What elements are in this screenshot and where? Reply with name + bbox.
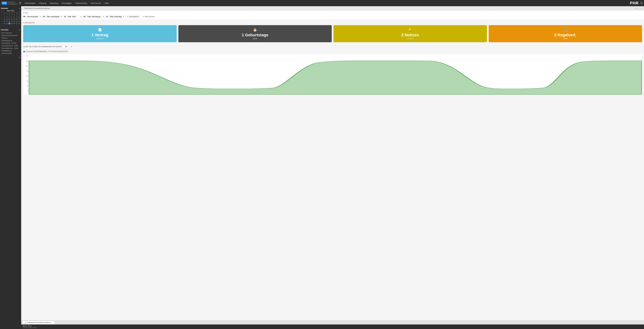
tile-regelverl[interactable]: 🔧 2 Regelverl. aktuell xyxy=(489,25,642,42)
calendar-day[interactable]: 25 xyxy=(3,22,6,24)
calendar-day[interactable]: 7 xyxy=(10,16,13,18)
calendar-day[interactable]: 16 xyxy=(16,18,18,20)
calendar-day[interactable]: 24 xyxy=(18,20,20,22)
calendar-day[interactable]: 3 xyxy=(18,14,20,16)
calendar-day[interactable]: 1 xyxy=(13,14,16,16)
calendar-day[interactable]: 13 xyxy=(8,18,10,20)
nav-item-administration[interactable]: ▾Administration xyxy=(74,2,88,5)
calendar-day[interactable]: 30 xyxy=(16,22,18,24)
tile-geburtstage[interactable]: 🎂 1 Geburtstage aktuell xyxy=(178,25,332,42)
nav-item-self-service[interactable]: ▾Self Service xyxy=(89,2,102,5)
favorites-item[interactable]: Planung xyxy=(1,37,20,39)
calendar-day[interactable]: 2 xyxy=(16,14,18,16)
calendar-day[interactable]: 6 xyxy=(16,24,18,27)
cal-next-next[interactable]: » xyxy=(19,10,20,12)
settings-gear-icon[interactable]: ⚙ xyxy=(18,56,20,58)
cal-next[interactable]: › xyxy=(18,10,19,12)
calendar-day[interactable]: 27 xyxy=(8,22,10,24)
calendar-day[interactable]: 9 xyxy=(16,16,18,18)
calendar-day[interactable]: 12 xyxy=(6,18,8,20)
refresh-button[interactable]: ↻ Aktualisieren xyxy=(126,15,140,18)
favorites-item[interactable]: Planungsbereich - Defin... xyxy=(1,44,20,47)
calendar-day[interactable]: 25 xyxy=(3,14,6,16)
calendar-day[interactable]: 10 xyxy=(18,16,20,18)
calendar-collapse[interactable]: ▲ xyxy=(19,7,20,9)
user-name: Meyer, Oliver xyxy=(22,325,642,327)
calendar-day[interactable]: 19 xyxy=(6,20,8,22)
calendar-day[interactable]: 6 xyxy=(8,16,10,18)
bottom-tab-dashboard[interactable]: 📊 Dashboard Personalinformationen × xyxy=(22,321,54,324)
favorites-item[interactable]: Arbeitsplätze - Definit... xyxy=(1,42,20,44)
filter-select-sg[interactable]: Filter Schichtgrup... xyxy=(86,15,105,18)
calendar-day[interactable]: 1 xyxy=(3,24,6,27)
tile-number-notizen: 2 Notizen xyxy=(401,33,419,37)
calendar-day[interactable]: 17 xyxy=(18,18,20,20)
hamburger-icon[interactable]: ☰ xyxy=(19,2,21,5)
calendar-day[interactable]: 23 xyxy=(16,20,18,22)
calendar-day[interactable]: 2 xyxy=(6,24,8,27)
nav-item-stammdaten[interactable]: ▾Stammdaten xyxy=(23,2,37,5)
cal-prev[interactable]: ‹ xyxy=(2,10,4,12)
calendar-day[interactable]: 7 xyxy=(18,24,20,27)
calendar-day[interactable]: 28 xyxy=(10,22,13,24)
forecast-header: 👥 Forecast Anzahl Mitarbeiter: 27.03.201… xyxy=(23,50,642,52)
calendar-day[interactable]: 5 xyxy=(13,24,16,27)
tile-notizen[interactable]: 🔔 2 Notizen einsehen xyxy=(334,25,487,42)
refresh-icon[interactable]: ↻ xyxy=(635,7,636,9)
filter-select-ap[interactable]: Filter Arbeitsplatz xyxy=(46,15,63,18)
filter-select-te[interactable]: Filter Team xyxy=(67,15,82,18)
calendar-day[interactable]: 18 xyxy=(3,20,6,22)
bottom-tab-close[interactable]: × xyxy=(52,322,53,324)
calendar-day[interactable]: 27 xyxy=(8,14,10,16)
filter-select-pb[interactable]: Demomandant xyxy=(26,15,42,18)
calendar-day[interactable]: 3 xyxy=(8,24,10,27)
nav-menu-icon[interactable]: ☰ xyxy=(640,2,642,5)
calendar-day[interactable]: 29 xyxy=(13,22,16,24)
tile-number-geburtstage: 1 Geburtstage xyxy=(242,33,268,37)
favorites-item[interactable]: Qualifikationen xyxy=(1,50,20,52)
calendar-day[interactable]: 15 xyxy=(13,18,16,20)
topn-input[interactable] xyxy=(62,45,70,48)
maximize-icon[interactable]: ⊡ xyxy=(641,7,642,9)
topn-refresh-icon[interactable]: ↻ xyxy=(71,46,72,48)
filter-code-te: TE xyxy=(64,16,66,18)
favorites-item[interactable]: Personalstamm xyxy=(1,32,20,34)
filter-select-st[interactable]: Filter Schichttyp xyxy=(109,15,125,18)
content-area: ℹ Filter PB Demomandant AP Filter Arbeit… xyxy=(21,10,644,324)
favorites-item[interactable]: Planungsbereich - Arbei... xyxy=(1,47,20,50)
calendar-day[interactable]: 4 xyxy=(3,16,6,18)
calendar-day[interactable]: 28 xyxy=(10,14,13,16)
nav-item-planung[interactable]: ▾Planung xyxy=(37,2,47,5)
chart-svg xyxy=(29,55,642,95)
user-bar: Meyer, Oliver Demomandant (922) xyxy=(21,324,644,329)
clear-filter-button[interactable]: ✕ Filter löschen xyxy=(141,15,156,18)
calendar-day[interactable]: 31 xyxy=(18,22,20,24)
calendar-day[interactable]: 14 xyxy=(10,18,13,20)
favorites-item[interactable]: Einsatzplanung xyxy=(1,39,20,42)
bottom-tab-label: Dashboard Personalinformationen xyxy=(27,322,51,323)
nav-item-grundlagen[interactable]: ▾Grundlagen xyxy=(60,2,73,5)
clear-btn-label: Filter löschen xyxy=(144,16,154,18)
calendar-day[interactable]: 11 xyxy=(3,18,6,20)
calendar-day[interactable]: 26 xyxy=(6,22,8,24)
tile-number-regelverl: 2 Regelverl. xyxy=(554,33,576,37)
minimize-icon[interactable]: — xyxy=(638,7,640,9)
logo-subtitle: WorkforceManagement xyxy=(8,1,17,5)
favorites-item[interactable]: Schichtmodelle xyxy=(1,52,20,54)
calendar-day[interactable]: 21 xyxy=(10,20,13,22)
calendar-day[interactable]: 22 xyxy=(13,20,16,22)
calendar-grid: MoDiMiDoFrSaSo92526272812310456789101111… xyxy=(1,12,20,27)
logo-box: PHR xyxy=(2,2,7,5)
favorites-item[interactable]: Abwesenheitsübersicht xyxy=(1,34,20,37)
nav-item-hilfe[interactable]: ▾Hilfe xyxy=(103,2,110,5)
nav-item-reporting[interactable]: ▾Reporting xyxy=(48,2,59,5)
calendar-day[interactable]: 5 xyxy=(6,16,8,18)
tile-vertrag[interactable]: 📄 1 Vertrag beginnend xyxy=(23,25,177,42)
calendar-day[interactable]: 4 xyxy=(10,24,13,27)
cal-prev-prev[interactable]: « xyxy=(1,10,2,12)
y-label-40: 40 xyxy=(24,80,28,82)
calendar-day[interactable]: 8 xyxy=(13,16,16,18)
favorites-toggle[interactable]: ▲ xyxy=(19,29,20,31)
calendar-day[interactable]: 26 xyxy=(6,14,8,16)
calendar-day[interactable]: 20 xyxy=(8,20,10,22)
